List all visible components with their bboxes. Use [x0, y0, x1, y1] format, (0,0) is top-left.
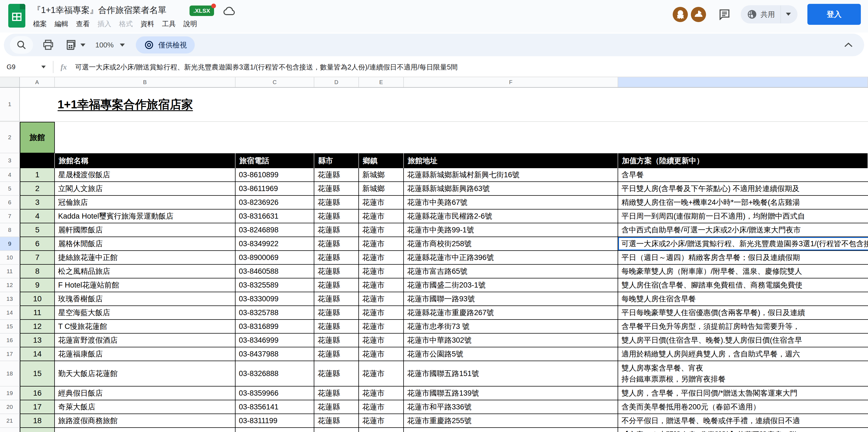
header-cell-A[interactable] — [20, 153, 55, 168]
cell-B1-title[interactable]: 1+1幸福專案合作旅宿店家 — [55, 88, 868, 121]
cell-plan[interactable]: 含美而美早餐抵用卷200元（春節不適用） — [618, 400, 868, 414]
cell-town[interactable]: 花蓮市 — [359, 306, 404, 320]
cell-town[interactable]: 花蓮市 — [359, 223, 404, 237]
cell-phone[interactable]: 03-8246898 — [236, 223, 314, 237]
row-header-12[interactable]: 12 — [0, 279, 20, 292]
print-button[interactable] — [42, 39, 54, 51]
cell-county[interactable]: 花蓮縣 — [314, 182, 359, 196]
share-button-main[interactable]: 共用 — [741, 10, 780, 19]
cell-hotel-name[interactable]: 經典假日飯店 — [55, 386, 236, 400]
cell-plan[interactable]: 平日周一到周四(連假期前一日不適用)，均附贈中西式自 — [618, 209, 868, 223]
cell-county[interactable]: 花蓮縣 — [314, 209, 359, 223]
column-header-C[interactable]: C — [236, 77, 314, 87]
menu-8[interactable]: 說明 — [180, 18, 201, 30]
row-header-13[interactable]: 13 — [0, 292, 20, 306]
cell-address[interactable]: 花蓮縣花蓮市重慶路267號 — [404, 306, 618, 320]
row-header-2[interactable]: 2 — [0, 122, 20, 153]
cell-plan[interactable]: 雙人房，含早餐，平假日同價/*贈送太魯閣客運東大門 — [618, 386, 868, 400]
menu-7[interactable]: 工具 — [158, 18, 180, 30]
column-header-D[interactable]: D — [314, 77, 359, 87]
column-header-F[interactable]: F — [404, 77, 618, 87]
cell-plan[interactable]: 平日每晚豪華雙人住宿優惠價(含兩客早餐)，假日及連續 — [618, 306, 868, 320]
view-mode-pill[interactable]: 僅供檢視 — [136, 36, 195, 54]
header-cell-C[interactable]: 旅宿電話 — [236, 153, 314, 168]
row-header-21[interactable]: 21 — [0, 414, 20, 428]
row-header-9[interactable]: 9 — [0, 237, 20, 251]
cell-number[interactable]: 13 — [20, 334, 55, 347]
cell-plan[interactable]: 雙人房住宿(含早餐、腳踏車免費租借、商務電腦免費使 — [618, 279, 868, 292]
menu-2[interactable]: 編輯 — [51, 18, 72, 30]
row-header-15[interactable]: 15 — [0, 320, 20, 334]
row-header-14[interactable]: 14 — [0, 306, 20, 320]
row-header-4[interactable]: 4 — [0, 168, 20, 182]
cell-phone[interactable]: 03-8236926 — [236, 196, 314, 209]
cell-plan[interactable]: 【方案一｜小間雙人房+農業體驗】芷蓮爾雙床房，贈 — [618, 428, 868, 432]
cell-number[interactable]: 5 — [20, 223, 55, 237]
cell-county[interactable]: 花蓮縣 — [314, 292, 359, 306]
cell-number[interactable]: 11 — [20, 306, 55, 320]
cell-hotel-name[interactable]: 旅路渡假商務旅館 — [55, 414, 236, 428]
cell-phone[interactable]: 03-8349922 — [236, 237, 314, 251]
header-cell-F[interactable]: 旅館地址 — [404, 153, 618, 168]
cell-county[interactable]: 花蓮縣 — [314, 237, 359, 251]
cell-phone[interactable]: 03-8437988 — [236, 347, 314, 361]
row-header-19[interactable]: 19 — [0, 386, 20, 400]
cell-number[interactable]: 9 — [20, 279, 55, 292]
column-header-G[interactable] — [618, 77, 868, 87]
cell-hotel-name[interactable]: 星空海藍大飯店 — [55, 306, 236, 320]
cell-town[interactable] — [359, 428, 404, 432]
cell-hotel-name[interactable]: Kadda Hotel璽賓行旅海景運動飯店 — [55, 209, 236, 223]
cell-plan[interactable]: 每晚豪華雙人房（附車庫）/附早餐、溫泉、慶修院雙人 — [618, 265, 868, 279]
cell-phone[interactable]: 03-8325589 — [236, 279, 314, 292]
cell-phone[interactable] — [236, 428, 314, 432]
row-header-7[interactable]: 7 — [0, 209, 20, 223]
cell-plan[interactable]: 含早餐平日免升等房型，須提前訂房時告知需要升等， — [618, 320, 868, 334]
cell-hotel-name[interactable]: 玫瑰香榭飯店 — [55, 292, 236, 306]
share-button[interactable]: 共用 — [741, 5, 798, 23]
row-header-11[interactable]: 11 — [0, 265, 20, 279]
cell-address[interactable]: 花蓮市國聯五路139號 — [404, 386, 618, 400]
cell-phone[interactable]: 03-8356141 — [236, 400, 314, 414]
cell-plan[interactable]: 雙人房專案含早餐、宵夜 持台鐵車票票根，另贈宵夜排餐 — [618, 361, 868, 386]
row-header-17[interactable]: 17 — [0, 347, 20, 361]
cell-address[interactable]: 花蓮市國盛二街203-1號 — [404, 279, 618, 292]
cell-address[interactable]: 花蓮市商校街258號 — [404, 237, 618, 251]
cell-number[interactable]: 2 — [20, 182, 55, 196]
cell-town[interactable]: 花蓮市 — [359, 400, 404, 414]
cell-hotel-name[interactable]: T C慢旅花蓮館 — [55, 320, 236, 334]
cell-address[interactable]: 花蓮縣新城鄉新興路63號 — [404, 182, 618, 196]
cell-number[interactable]: 1 — [20, 168, 55, 182]
cell-plan[interactable]: 雙人房平日價(住宿含早、晚餐).雙人房假日價(住宿含早 — [618, 334, 868, 347]
row-header-1[interactable]: 1 — [0, 88, 20, 121]
cell-county[interactable]: 花蓮縣 — [314, 361, 359, 386]
cell-county[interactable]: 花蓮縣 — [314, 347, 359, 361]
cell-phone[interactable]: 03-8359966 — [236, 386, 314, 400]
cell-phone[interactable]: 03-8346999 — [236, 334, 314, 347]
cell-county[interactable]: 花蓮縣 — [314, 414, 359, 428]
cell-town[interactable]: 花蓮市 — [359, 279, 404, 292]
share-dropdown[interactable] — [781, 12, 798, 17]
cell-county[interactable]: 花蓮縣 — [314, 251, 359, 265]
cell-phone[interactable]: 03-8611969 — [236, 182, 314, 196]
cell-plan[interactable]: 平日（週日～週四）精緻客房含早餐；假日及連續假期 — [618, 251, 868, 265]
comment-history-icon[interactable] — [719, 8, 730, 20]
cell-number[interactable]: 3 — [20, 196, 55, 209]
cell-county[interactable]: 花蓮縣 — [314, 334, 359, 347]
cell-number[interactable]: 7 — [20, 251, 55, 265]
cell-town[interactable]: 新城鄉 — [359, 182, 404, 196]
cell-number[interactable]: 10 — [20, 292, 55, 306]
name-box[interactable]: G9 — [0, 63, 41, 71]
cell-county[interactable] — [314, 428, 359, 432]
name-box-dropdown-icon[interactable] — [41, 66, 46, 68]
cell-town[interactable]: 花蓮市 — [359, 347, 404, 361]
cell-phone[interactable]: 03-8311199 — [236, 414, 314, 428]
cell-town[interactable]: 花蓮市 — [359, 265, 404, 279]
cell-number[interactable]: 14 — [20, 347, 55, 361]
cell-address[interactable]: 花蓮市忠孝街73 號 — [404, 320, 618, 334]
cell-address[interactable] — [404, 428, 618, 432]
cell-hotel-name[interactable]: 花蓮富野渡假酒店 — [55, 334, 236, 347]
cell-town[interactable]: 花蓮市 — [359, 334, 404, 347]
cell-county[interactable]: 花蓮縣 — [314, 400, 359, 414]
cell-town[interactable]: 花蓮市 — [359, 251, 404, 265]
cell-plan[interactable]: 平日雙人房(含早餐及下午茶點心) 不適用於連續假期及 — [618, 182, 868, 196]
